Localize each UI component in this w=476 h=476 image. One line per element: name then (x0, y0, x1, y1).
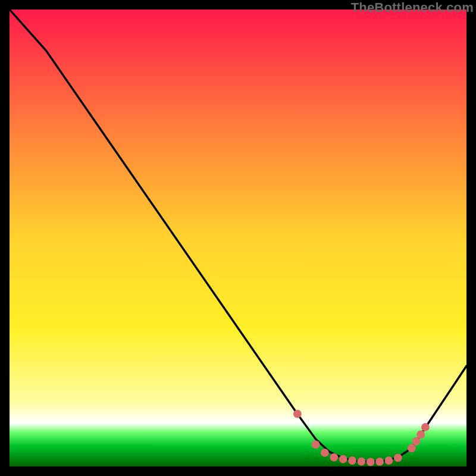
marker-dot (339, 455, 347, 464)
marker-dot (408, 444, 416, 452)
marker-dot (394, 453, 402, 462)
chart-stage: TheBottleneck.com (0, 0, 476, 476)
watermark-text: TheBottleneck.com (351, 0, 474, 15)
marker-dot (357, 458, 365, 466)
marker-dot (367, 458, 375, 466)
marker-dot (312, 440, 320, 449)
marker-dot (421, 423, 430, 431)
marker-dot (293, 410, 302, 418)
marker-dot (385, 456, 393, 465)
bottleneck-chart (10, 10, 466, 466)
gradient-background (10, 10, 466, 466)
marker-dot (330, 453, 338, 462)
marker-dot (375, 458, 384, 466)
marker-dot (348, 456, 356, 465)
marker-dot (321, 449, 329, 457)
marker-dot (416, 430, 425, 439)
marker-dot (412, 437, 421, 446)
